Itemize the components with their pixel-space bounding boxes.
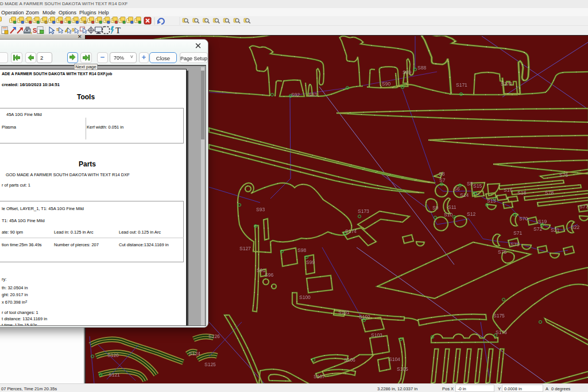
svg-text:S93: S93 xyxy=(256,207,265,212)
svg-text:T: T xyxy=(115,26,121,35)
svg-text:S78: S78 xyxy=(545,190,554,196)
svg-text:S124: S124 xyxy=(189,351,200,356)
svg-text:S104: S104 xyxy=(389,356,400,362)
svg-text:S174: S174 xyxy=(345,228,357,234)
svg-text:S171: S171 xyxy=(456,82,467,88)
svg-text:S103: S103 xyxy=(371,332,382,338)
svg-text:S88: S88 xyxy=(417,65,426,71)
svg-text:S71: S71 xyxy=(513,230,522,236)
svg-text:S9: S9 xyxy=(432,205,439,211)
svg-text:S76: S76 xyxy=(559,172,568,178)
svg-text:S126: S126 xyxy=(208,333,220,339)
svg-text:S90: S90 xyxy=(382,81,390,87)
svg-text:S7: S7 xyxy=(439,177,446,183)
svg-text:S89: S89 xyxy=(403,69,411,75)
svg-text:S13: S13 xyxy=(487,198,496,204)
svg-text:,: , xyxy=(30,28,32,34)
svg-text:S101: S101 xyxy=(338,309,350,315)
svg-text:S92: S92 xyxy=(291,92,300,98)
svg-text:S175: S175 xyxy=(493,313,505,319)
svg-text:S125: S125 xyxy=(204,362,216,367)
svg-text:S6: S6 xyxy=(454,186,460,192)
svg-text:S120: S120 xyxy=(107,352,119,358)
svg-text:S172: S172 xyxy=(501,81,512,87)
svg-text:S: S xyxy=(33,27,37,34)
svg-text:S18: S18 xyxy=(517,190,526,196)
svg-text:S100: S100 xyxy=(299,294,311,300)
svg-text:S22: S22 xyxy=(571,224,579,230)
svg-text:S11: S11 xyxy=(448,204,457,210)
svg-text:S12: S12 xyxy=(467,211,475,217)
svg-text:S127: S127 xyxy=(239,246,251,251)
svg-text:S176: S176 xyxy=(496,329,507,335)
svg-text:S96: S96 xyxy=(265,272,273,278)
svg-text:S10: S10 xyxy=(444,212,452,218)
svg-text:S19: S19 xyxy=(538,219,547,224)
svg-text:S98: S98 xyxy=(297,247,306,253)
svg-text:S70: S70 xyxy=(519,216,528,222)
svg-text:S5: S5 xyxy=(467,181,473,187)
svg-text:9: 9 xyxy=(72,27,75,33)
svg-text:S73: S73 xyxy=(510,242,519,247)
svg-text:S107: S107 xyxy=(314,374,325,379)
svg-text:S77: S77 xyxy=(579,204,588,209)
svg-text:S121: S121 xyxy=(109,372,120,378)
svg-text:S99: S99 xyxy=(306,259,315,265)
svg-text:S14: S14 xyxy=(460,192,469,198)
svg-text:S106: S106 xyxy=(344,357,355,363)
svg-text:S105: S105 xyxy=(397,366,408,372)
svg-text:S93: S93 xyxy=(308,92,317,98)
svg-text:S8: S8 xyxy=(439,171,445,177)
svg-text:S75: S75 xyxy=(498,249,506,255)
svg-text:S16: S16 xyxy=(504,187,512,193)
svg-text:S72: S72 xyxy=(533,226,542,232)
svg-text:S173: S173 xyxy=(358,208,369,214)
svg-text:S15: S15 xyxy=(473,183,482,189)
svg-text:S102: S102 xyxy=(359,314,370,320)
svg-text:S21: S21 xyxy=(551,227,559,233)
